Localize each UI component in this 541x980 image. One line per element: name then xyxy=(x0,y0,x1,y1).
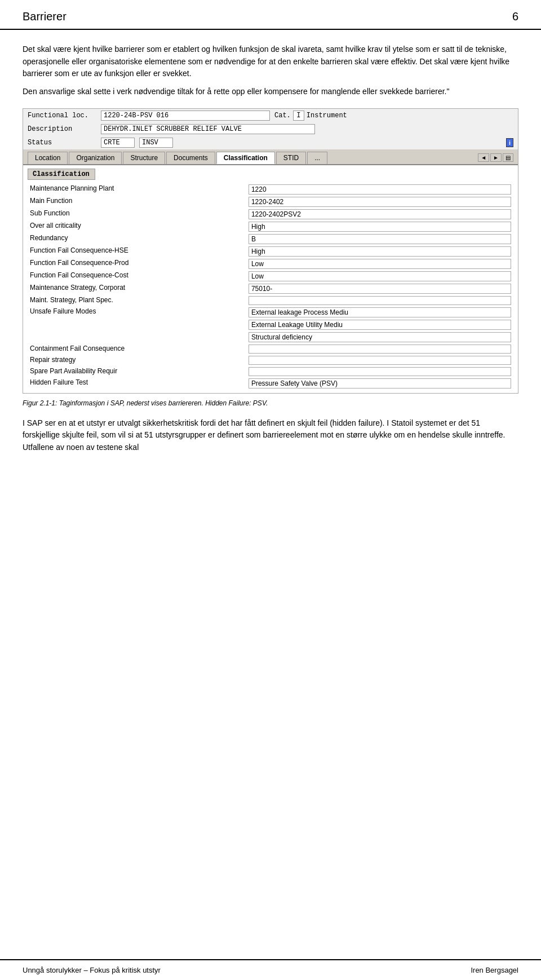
classif-row-maintenance-planning-plant: Maintenance Planning Plant 1220 xyxy=(28,183,513,196)
classif-row-maint-strategy-corp: Maintenance Strategy, Corporat 75010- xyxy=(28,282,513,295)
tab-navigation: ◄ ► ▤ xyxy=(478,152,513,164)
classif-row-ffc-hse: Function Fail Consequence-HSE High xyxy=(28,245,513,258)
classif-value-9 xyxy=(249,296,511,305)
classif-value-12: Structural deficiency xyxy=(249,332,511,342)
classif-value-6: Low xyxy=(249,259,511,269)
classif-label-3: Over all criticality xyxy=(28,220,246,233)
info-button[interactable]: i xyxy=(506,138,513,147)
tab-documents[interactable]: Documents xyxy=(166,152,215,164)
classif-label-4: Redundancy xyxy=(28,233,246,245)
classif-value-3: High xyxy=(249,222,511,232)
classif-label-7: Function Fail Consequence-Cost xyxy=(28,270,246,282)
page-footer: Unngå storulykker – Fokus på kritisk uts… xyxy=(0,959,541,980)
nav-next-button[interactable]: ► xyxy=(490,153,502,162)
status-label: Status xyxy=(28,139,101,147)
page-title: Barrierer xyxy=(23,10,66,23)
classif-row-maint-strategy-plant: Maint. Strategy, Plant Spec. xyxy=(28,295,513,306)
functional-loc-label: Functional loc. xyxy=(28,112,101,120)
body-paragraph-1: I SAP ser en at et utstyr er utvalgt sik… xyxy=(23,417,518,454)
top-bar: Barrierer 6 xyxy=(0,0,541,30)
classif-row-spare-part: Spare Part Availability Requir xyxy=(28,366,513,377)
classif-row-containment-fail: Containment Fail Consequence xyxy=(28,343,513,355)
classif-row-ffc-prod: Function Fail Consequence-Prod Low xyxy=(28,258,513,270)
classif-value-11: External Leakage Utility Mediu xyxy=(249,320,511,330)
sap-functional-loc-row: Functional loc. 1220-24B-PSV 016 Cat. I … xyxy=(23,109,518,122)
sap-classification-panel: Classification Maintenance Planning Plan… xyxy=(23,165,518,393)
classif-label-0: Maintenance Planning Plant xyxy=(28,183,246,196)
classif-value-16: Pressure Safety Valve (PSV) xyxy=(249,378,511,389)
footer-right: Iren Bergsagel xyxy=(471,966,518,974)
description-label: Description xyxy=(28,125,101,133)
classif-value-10: External leakage Process Mediu xyxy=(249,307,511,317)
status-value-2: INSV xyxy=(139,138,173,148)
classif-value-8: 75010- xyxy=(249,284,511,294)
page-number: 6 xyxy=(512,10,518,23)
classif-row-unsafe-failure-modes-3: Structural deficiency xyxy=(28,331,513,343)
classif-row-unsafe-failure-modes-2: External Leakage Utility Mediu xyxy=(28,319,513,331)
nav-prev-button[interactable]: ◄ xyxy=(478,153,489,162)
classif-row-repair-strategy: Repair strategy xyxy=(28,355,513,366)
classif-value-2: 1220-2402PSV2 xyxy=(249,209,511,219)
classif-row-hidden-failure-test: Hidden Failure Test Pressure Safety Valv… xyxy=(28,377,513,390)
classif-label-12 xyxy=(28,331,246,343)
classif-label-14: Repair strategy xyxy=(28,355,246,366)
tab-more[interactable]: ... xyxy=(307,152,327,164)
tab-structure[interactable]: Structure xyxy=(123,152,165,164)
classif-value-13 xyxy=(249,345,511,354)
main-content: Det skal være kjent hvilke barrierer som… xyxy=(0,30,541,959)
classif-label-5: Function Fail Consequence-HSE xyxy=(28,245,246,258)
classif-label-6: Function Fail Consequence-Prod xyxy=(28,258,246,270)
functional-loc-value: 1220-24B-PSV 016 xyxy=(101,111,270,121)
classif-label-16: Hidden Failure Test xyxy=(28,377,246,390)
intro-paragraph-1: Det skal være kjent hvilke barrierer som… xyxy=(23,43,518,80)
classif-value-0: 1220 xyxy=(249,184,511,195)
classif-row-redundancy: Redundancy B xyxy=(28,233,513,245)
classif-label-10: Unsafe Failure Modes xyxy=(28,306,246,319)
cat-text: Instrument xyxy=(307,112,347,120)
classification-header: Classification xyxy=(28,169,95,180)
classif-label-9: Maint. Strategy, Plant Spec. xyxy=(28,295,246,306)
classif-label-2: Sub Function xyxy=(28,208,246,220)
description-value: DEHYDR.INLET SCRUBBER RELIEF VALVE xyxy=(101,124,315,134)
classif-label-13: Containment Fail Consequence xyxy=(28,343,246,355)
tab-organization[interactable]: Organization xyxy=(69,152,122,164)
classif-value-14 xyxy=(249,356,511,365)
figure-caption: Figur 2.1-1: Taginformasjon i SAP, neder… xyxy=(23,399,518,407)
classif-label-1: Main Function xyxy=(28,196,246,208)
classif-row-sub-function: Sub Function 1220-2402PSV2 xyxy=(28,208,513,220)
status-value-1: CRTE xyxy=(101,138,135,148)
classif-value-5: High xyxy=(249,246,511,257)
classif-value-4: B xyxy=(249,234,511,244)
classif-label-8: Maintenance Strategy, Corporat xyxy=(28,282,246,295)
classification-table: Maintenance Planning Plant 1220 Main Fun… xyxy=(28,183,513,390)
nav-menu-button[interactable]: ▤ xyxy=(503,153,513,162)
classif-row-unsafe-failure-modes: Unsafe Failure Modes External leakage Pr… xyxy=(28,306,513,319)
sap-status-row: Status CRTE INSV i xyxy=(23,136,518,149)
sap-description-row: Description DEHYDR.INLET SCRUBBER RELIEF… xyxy=(23,122,518,136)
classif-row-ffc-cost: Function Fail Consequence-Cost Low xyxy=(28,270,513,282)
cat-area: Cat. I Instrument xyxy=(274,111,347,121)
footer-left: Unngå storulykker – Fokus på kritisk uts… xyxy=(23,966,161,974)
sap-tabs: Location Organization Structure Document… xyxy=(23,149,518,165)
classif-row-over-all-criticality: Over all criticality High xyxy=(28,220,513,233)
tab-location[interactable]: Location xyxy=(28,152,68,164)
intro-text-block: Det skal være kjent hvilke barrierer som… xyxy=(23,43,518,98)
sap-screenshot: Functional loc. 1220-24B-PSV 016 Cat. I … xyxy=(23,108,518,394)
page-container: Barrierer 6 Det skal være kjent hvilke b… xyxy=(0,0,541,980)
classif-row-main-function: Main Function 1220-2402 xyxy=(28,196,513,208)
classif-value-7: Low xyxy=(249,271,511,281)
classif-value-15 xyxy=(249,367,511,376)
cat-label-text: Cat. xyxy=(274,112,291,120)
tab-stid[interactable]: STID xyxy=(276,152,306,164)
classif-value-1: 1220-2402 xyxy=(249,197,511,207)
classif-label-11 xyxy=(28,319,246,331)
tab-classification[interactable]: Classification xyxy=(216,152,275,164)
intro-paragraph-2: Den ansvarlige skal sette i verk nødvend… xyxy=(23,86,518,98)
cat-value: I xyxy=(293,111,304,121)
classif-label-15: Spare Part Availability Requir xyxy=(28,366,246,377)
